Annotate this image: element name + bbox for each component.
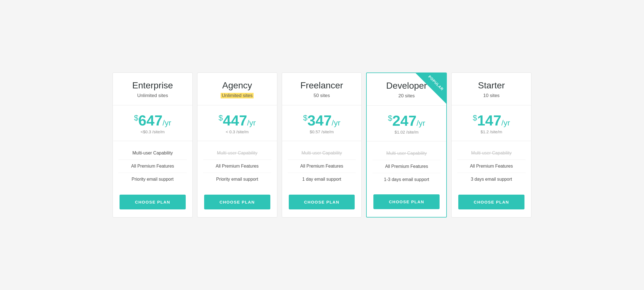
plan-price-section: $147/yr $1.2 /site/m: [452, 105, 531, 141]
feature-item: Multi-user Capability: [372, 147, 441, 160]
plan-features: Multi-user Capability All Premium Featur…: [197, 141, 277, 189]
feature-item: All Premium Features: [203, 160, 271, 173]
plan-per-site: $0.57 /site/m: [288, 129, 356, 134]
feature-item: 1-3 days email support: [372, 173, 441, 186]
plan-header: Starter 10 sites: [452, 73, 531, 105]
choose-plan-button[interactable]: CHOOSE PLAN: [204, 195, 270, 209]
plan-sites: 50 sites: [314, 93, 330, 98]
price-period: /yr: [163, 119, 171, 127]
currency-symbol: $: [134, 113, 139, 122]
feature-item: Multi-user Capability: [457, 147, 526, 160]
feature-item: Priority email support: [118, 173, 187, 186]
price-period: /yr: [332, 119, 340, 127]
popular-label: POPULAR: [426, 73, 446, 93]
plan-name: Enterprise: [118, 81, 187, 90]
plan-features: Multi-user Capability All Premium Featur…: [113, 141, 192, 189]
price-period: /yr: [501, 119, 510, 127]
plan-button-section: CHOOSE PLAN: [452, 189, 531, 217]
plan-price-section: $647/yr <$0.3 /site/m: [113, 105, 192, 141]
plan-price-section: $447/yr < 0.3 /site/m: [197, 105, 277, 141]
plan-name: Freelancer: [288, 81, 356, 90]
plan-name: Starter: [457, 81, 526, 90]
plan-price: $147/yr: [457, 113, 526, 128]
plan-price-section: $347/yr $0.57 /site/m: [282, 105, 362, 141]
choose-plan-button[interactable]: CHOOSE PLAN: [289, 195, 355, 209]
plan-price: $647/yr: [118, 113, 187, 128]
pricing-container: Enterprise Unlimited sites $647/yr <$0.3…: [113, 72, 531, 217]
feature-item: Priority email support: [203, 173, 271, 186]
choose-plan-button[interactable]: CHOOSE PLAN: [120, 195, 186, 209]
plan-per-site: <$0.3 /site/m: [118, 129, 187, 134]
currency-symbol: $: [218, 113, 223, 122]
plan-card-starter: Starter 10 sites $147/yr $1.2 /site/m Mu…: [451, 72, 531, 217]
choose-plan-button[interactable]: CHOOSE PLAN: [458, 195, 524, 209]
plan-button-section: CHOOSE PLAN: [367, 189, 446, 217]
currency-symbol: $: [473, 113, 477, 122]
plan-button-section: CHOOSE PLAN: [113, 189, 192, 217]
plan-per-site: $1.02 /site/m: [372, 130, 441, 134]
plan-card-agency: Agency Unlimited sites $447/yr < 0.3 /si…: [197, 72, 277, 217]
plan-sites: Unlimited sites: [137, 93, 168, 98]
plan-header: Agency Unlimited sites: [197, 73, 277, 105]
feature-item: 1 day email support: [288, 173, 356, 186]
plan-features: Multi-user Capability All Premium Featur…: [282, 141, 362, 189]
plan-per-site: < 0.3 /site/m: [203, 129, 271, 134]
plan-features: Multi-user Capability All Premium Featur…: [452, 141, 531, 189]
plan-price: $447/yr: [203, 113, 271, 128]
plan-features: Multi-user Capability All Premium Featur…: [367, 141, 446, 189]
feature-item: 3 days email support: [457, 173, 526, 186]
currency-symbol: $: [303, 113, 307, 122]
plan-header: Enterprise Unlimited sites: [113, 73, 192, 105]
plan-name: Agency: [203, 81, 271, 90]
choose-plan-button[interactable]: CHOOSE PLAN: [373, 194, 440, 209]
feature-item: All Premium Features: [372, 160, 441, 173]
price-period: /yr: [416, 119, 425, 127]
plan-sites: Unlimited sites: [221, 93, 254, 98]
price-period: /yr: [247, 119, 256, 127]
plan-button-section: CHOOSE PLAN: [282, 189, 362, 217]
feature-item: All Premium Features: [288, 160, 356, 173]
plan-sites: 10 sites: [483, 93, 500, 98]
plan-card-enterprise: Enterprise Unlimited sites $647/yr <$0.3…: [113, 72, 193, 217]
plan-price: $347/yr: [288, 113, 356, 128]
plan-price-section: $247/yr $1.02 /site/m: [367, 106, 446, 141]
plan-button-section: CHOOSE PLAN: [197, 189, 277, 217]
feature-item: All Premium Features: [457, 160, 526, 173]
feature-item: Multi-user Capability: [118, 147, 187, 160]
feature-item: Multi-user Capability: [203, 147, 271, 160]
plan-sites: 20 sites: [398, 93, 415, 98]
feature-item: All Premium Features: [118, 160, 187, 173]
plan-card-freelancer: Freelancer 50 sites $347/yr $0.57 /site/…: [282, 72, 362, 217]
plan-header: Freelancer 50 sites: [282, 73, 362, 105]
currency-symbol: $: [388, 113, 392, 122]
plan-card-developer: POPULAR Developer 20 sites $247/yr $1.02…: [366, 72, 447, 217]
popular-ribbon: POPULAR: [416, 73, 446, 104]
feature-item: Multi-user Capability: [288, 147, 356, 160]
plan-per-site: $1.2 /site/m: [457, 129, 526, 134]
plan-price: $247/yr: [372, 113, 441, 128]
